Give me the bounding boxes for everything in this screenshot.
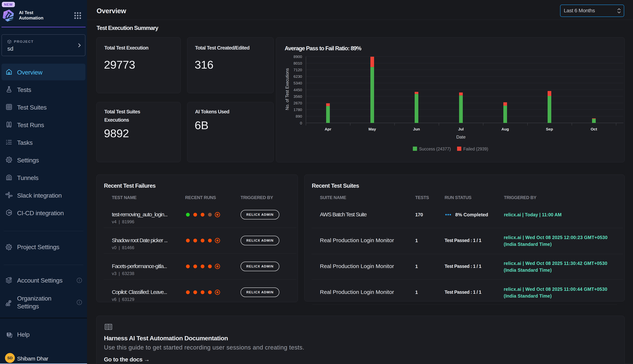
svg-text:No. of Test Executions: No. of Test Executions <box>285 68 289 110</box>
svg-text:2670: 2670 <box>293 101 302 105</box>
svg-text:7120: 7120 <box>293 68 302 72</box>
svg-text:Success (24377): Success (24377) <box>419 146 451 151</box>
svg-text:3560: 3560 <box>293 94 302 98</box>
svg-text:0: 0 <box>300 121 302 125</box>
svg-text:Apr: Apr <box>325 127 331 131</box>
svg-text:6230: 6230 <box>293 74 302 78</box>
svg-text:1780: 1780 <box>293 108 302 112</box>
svg-text:4450: 4450 <box>293 88 302 92</box>
svg-text:Date: Date <box>456 134 466 140</box>
svg-text:Aug: Aug <box>501 127 509 131</box>
svg-text:5340: 5340 <box>293 81 302 85</box>
svg-text:Jun: Jun <box>413 127 420 131</box>
svg-text:Oct: Oct <box>590 127 597 131</box>
svg-text:Sep: Sep <box>546 127 553 131</box>
svg-text:8900: 8900 <box>293 54 302 59</box>
svg-text:Failed (2939): Failed (2939) <box>463 146 488 151</box>
svg-text:Jul: Jul <box>458 127 464 131</box>
svg-text:890: 890 <box>296 114 302 118</box>
svg-text:8010: 8010 <box>293 61 302 65</box>
svg-text:May: May <box>369 127 376 131</box>
